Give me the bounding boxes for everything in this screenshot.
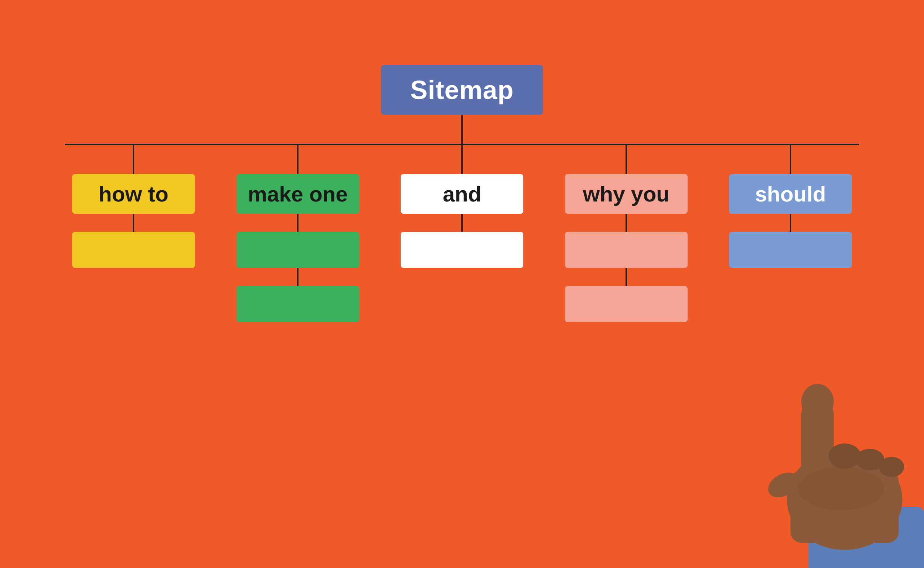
hand-svg: [707, 333, 924, 568]
svg-point-4: [801, 384, 834, 420]
svg-point-5: [828, 443, 861, 469]
branch-make-one: make one: [229, 145, 366, 322]
root-node: Sitemap: [381, 65, 543, 115]
sub-box-5-1: [729, 232, 852, 268]
sub-children-3: [401, 214, 523, 268]
sub-conn-2-2: [297, 268, 298, 286]
child-box-why-you: why you: [565, 174, 687, 214]
sub-conn-5-1: [790, 214, 791, 232]
child-box-make-one: make one: [237, 174, 359, 214]
svg-point-7: [879, 457, 904, 477]
sub-conn-4-1: [626, 214, 627, 232]
branch-and: and: [393, 145, 531, 268]
sub-box-3-1: [401, 232, 523, 268]
root-connector: [461, 115, 463, 144]
sub-conn-1-1: [133, 214, 134, 232]
horizontal-line: [65, 144, 859, 145]
child-label-why-you: why you: [583, 181, 669, 207]
sub-box-4-1: [565, 232, 687, 268]
sub-children-4: [565, 214, 687, 322]
sub-children-2: [237, 214, 359, 322]
diagram-container: Sitemap how to make one: [47, 65, 877, 322]
child-box-how-to: how to: [72, 174, 195, 214]
branches-row: how to make one and: [65, 145, 859, 322]
sub-box-2-1: [237, 232, 359, 268]
child-label-how-to: how to: [98, 181, 168, 207]
child-label-should: should: [755, 181, 826, 207]
root-label: Sitemap: [410, 75, 514, 105]
sub-children-1: [72, 214, 195, 268]
branch-connector-5: [790, 145, 791, 174]
sub-conn-4-2: [626, 268, 627, 286]
child-box-and: and: [401, 174, 523, 214]
child-label-and: and: [443, 181, 481, 207]
branch-connector-2: [297, 145, 298, 174]
branch-connector-4: [626, 145, 627, 174]
horizontal-line-wrapper: [65, 144, 859, 145]
branch-should: should: [722, 145, 859, 268]
sub-conn-2-1: [297, 214, 298, 232]
sub-box-1-1: [72, 232, 195, 268]
sub-conn-3-1: [461, 214, 463, 232]
branch-how-to: how to: [65, 145, 202, 268]
sub-box-4-2: [565, 286, 687, 322]
hand-illustration: [707, 333, 924, 568]
sub-children-5: [729, 214, 852, 268]
branch-why-you: why you: [558, 145, 695, 322]
child-label-make-one: make one: [248, 181, 348, 207]
svg-point-9: [798, 467, 884, 510]
sub-box-2-2: [237, 286, 359, 322]
branch-connector-1: [133, 145, 134, 174]
branch-connector-3: [461, 145, 463, 174]
child-box-should: should: [729, 174, 852, 214]
